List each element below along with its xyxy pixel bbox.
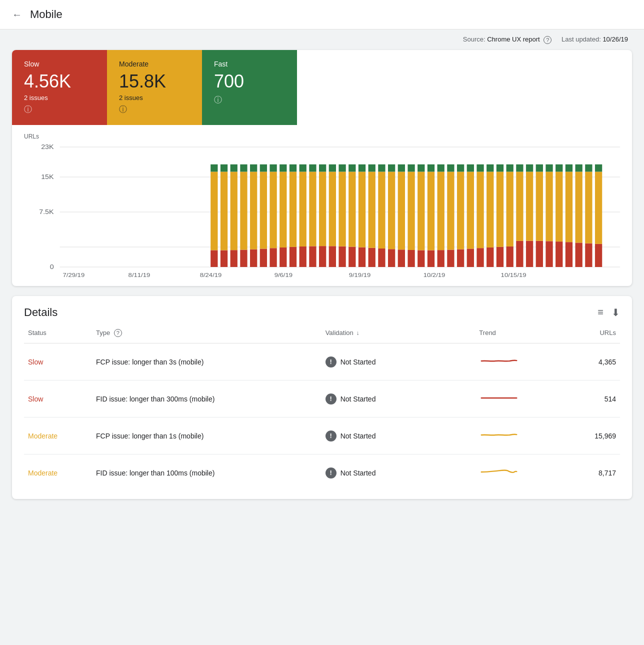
- col-header-validation[interactable]: Validation ↓: [322, 323, 476, 344]
- cell-type: FID issue: longer than 300ms (mobile): [92, 380, 322, 418]
- svg-rect-13: [220, 172, 228, 250]
- cell-urls: 8,717: [566, 454, 620, 492]
- tile-fast[interactable]: Fast 700 ⓘ: [202, 50, 297, 125]
- cell-trend: [475, 418, 566, 454]
- cell-trend: [475, 380, 566, 418]
- svg-rect-105: [526, 240, 533, 266]
- svg-rect-81: [447, 250, 454, 267]
- svg-rect-96: [496, 246, 504, 266]
- svg-rect-49: [338, 172, 346, 246]
- svg-rect-111: [546, 241, 552, 267]
- chart-svg: 23K 15K 7.5K 0 7/29/19 8/11/19 8/24/19 9…: [24, 142, 620, 282]
- svg-rect-21: [250, 249, 257, 266]
- cell-validation: ! Not Started: [322, 344, 476, 380]
- page-title: Mobile: [30, 8, 62, 21]
- tile-moderate[interactable]: Moderate 15.8K 2 issues ⓘ: [107, 50, 202, 125]
- svg-rect-70: [408, 172, 414, 250]
- svg-rect-22: [250, 172, 257, 249]
- cell-type: FID issue: longer than 100ms (mobile): [92, 454, 322, 492]
- svg-rect-72: [418, 250, 424, 267]
- details-header: Details ≡ ⬇: [12, 296, 632, 323]
- trend-sparkline: [479, 390, 519, 406]
- cell-status: Moderate: [24, 454, 92, 492]
- table-row: Slow FCP issue: longer than 3s (mobile) …: [24, 344, 620, 380]
- tile-slow[interactable]: Slow 4.56K 2 issues ⓘ: [12, 50, 107, 125]
- table-wrap: Status Type ? Validation ↓ Trend URLs: [12, 323, 632, 500]
- svg-text:7.5K: 7.5K: [39, 208, 54, 216]
- tile-slow-value: 4.56K: [24, 71, 95, 92]
- svg-rect-87: [467, 248, 474, 267]
- validation-icon: !: [326, 356, 336, 368]
- svg-text:10/15/19: 10/15/19: [501, 272, 526, 278]
- svg-rect-23: [250, 164, 257, 172]
- trend-sparkline: [479, 428, 519, 442]
- download-icon[interactable]: ⬇: [612, 306, 620, 318]
- filter-icon[interactable]: ≡: [598, 306, 604, 318]
- speed-tiles: Slow 4.56K 2 issues ⓘ Moderate 15.8K 2 i…: [12, 50, 632, 125]
- svg-rect-65: [388, 164, 395, 172]
- table-row: Moderate FID issue: longer than 100ms (m…: [24, 454, 620, 492]
- svg-rect-63: [388, 249, 395, 267]
- svg-rect-43: [319, 172, 326, 246]
- svg-rect-83: [447, 164, 454, 172]
- svg-rect-89: [467, 164, 474, 172]
- tile-fast-label: Fast: [214, 60, 285, 68]
- cell-status: Moderate: [24, 418, 92, 454]
- svg-rect-24: [260, 248, 267, 267]
- svg-rect-79: [438, 172, 444, 250]
- svg-rect-34: [290, 172, 296, 246]
- source-help-icon[interactable]: ?: [544, 36, 552, 44]
- table-row: Slow FID issue: longer than 300ms (mobil…: [24, 380, 620, 418]
- svg-rect-94: [486, 172, 494, 248]
- svg-rect-12: [220, 250, 228, 267]
- svg-rect-82: [447, 172, 454, 250]
- cell-status: Slow: [24, 344, 92, 380]
- svg-rect-127: [595, 172, 602, 244]
- tile-fast-value: 700: [214, 71, 285, 92]
- svg-rect-74: [418, 164, 424, 172]
- svg-rect-97: [496, 172, 504, 246]
- details-title: Details: [24, 306, 58, 319]
- svg-rect-25: [260, 172, 267, 248]
- chart-y-label: URLs: [24, 133, 620, 140]
- trend-sparkline: [479, 354, 519, 368]
- svg-rect-126: [595, 244, 602, 266]
- type-help-icon[interactable]: ?: [114, 329, 122, 337]
- svg-rect-84: [457, 249, 464, 266]
- svg-rect-95: [486, 164, 494, 172]
- svg-rect-9: [210, 250, 218, 267]
- svg-rect-61: [378, 172, 385, 248]
- source-bar: Source: Chrome UX report ? Last updated:…: [0, 30, 644, 50]
- svg-rect-11: [210, 164, 218, 172]
- svg-rect-19: [240, 172, 247, 250]
- chart-area: URLs 23K 15K 7.5K 0: [12, 125, 632, 286]
- tile-moderate-help-icon[interactable]: ⓘ: [119, 105, 127, 114]
- tile-slow-help-icon[interactable]: ⓘ: [24, 105, 32, 114]
- table-row: Moderate FCP issue: longer than 1s (mobi…: [24, 418, 620, 454]
- svg-rect-125: [585, 164, 592, 172]
- back-button[interactable]: ←: [12, 9, 22, 20]
- chart-card: Slow 4.56K 2 issues ⓘ Moderate 15.8K 2 i…: [12, 50, 632, 286]
- svg-rect-31: [280, 172, 286, 248]
- tile-fast-help-icon[interactable]: ⓘ: [214, 96, 222, 104]
- svg-rect-59: [368, 164, 376, 172]
- tile-slow-issues: 2 issues: [24, 94, 95, 102]
- svg-rect-85: [457, 172, 464, 249]
- svg-rect-44: [319, 164, 326, 172]
- svg-rect-39: [309, 246, 316, 267]
- svg-rect-36: [300, 246, 306, 267]
- svg-rect-120: [576, 242, 582, 267]
- svg-rect-114: [556, 242, 562, 267]
- svg-rect-42: [319, 246, 326, 267]
- svg-rect-76: [428, 172, 434, 250]
- svg-text:0: 0: [50, 264, 54, 270]
- svg-rect-52: [348, 172, 356, 246]
- svg-rect-68: [398, 164, 405, 172]
- svg-rect-57: [368, 248, 376, 266]
- source-name: Chrome UX report: [487, 36, 540, 43]
- tile-moderate-issues: 2 issues: [119, 94, 190, 102]
- svg-rect-38: [300, 164, 306, 172]
- validation-icon: !: [326, 430, 336, 442]
- svg-rect-18: [240, 250, 247, 266]
- svg-rect-71: [408, 164, 414, 172]
